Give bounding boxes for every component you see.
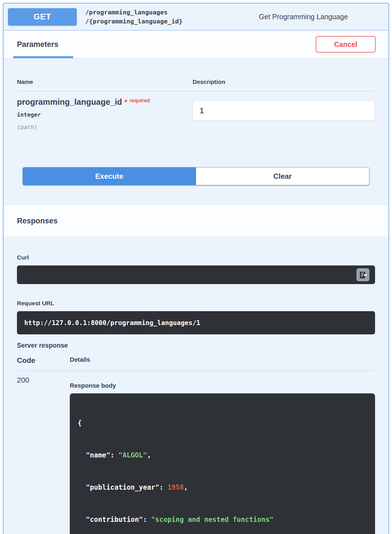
responses-area: Curl curl -X GET "http://127.0.0.1:8000/… [3, 254, 389, 534]
request-url-value: http://127.0.0.1:8000/programming_langua… [17, 311, 375, 334]
json-line-name: "name": "ALGOL", [78, 450, 367, 461]
parameters-section-header: Parameters Cancel [3, 30, 389, 58]
response-details-cell: Response body { "name": "ALGOL", "public… [70, 371, 375, 534]
method-badge: GET [8, 8, 77, 26]
clear-button[interactable]: Clear [196, 167, 370, 185]
endpoint-path: /programming_languages /{programming_lan… [85, 8, 182, 26]
curl-label: Curl [17, 254, 375, 261]
parameters-table-head: Name Description [17, 79, 375, 85]
server-response-table-head: Code Details [17, 356, 375, 365]
tab-parameters[interactable]: Parameters [17, 40, 58, 49]
responses-section-header: Responses [3, 205, 389, 237]
parameter-name-line: programming_language_id*required [17, 97, 190, 107]
endpoint-summary: Get Programming Language [259, 13, 348, 21]
parameter-row: programming_language_id*required integer… [17, 97, 375, 130]
response-body-json: { "name": "ALGOL", "publication_year": 1… [70, 393, 375, 534]
cancel-button[interactable]: Cancel [316, 36, 376, 53]
endpoint-path-line1: /programming_languages [85, 8, 182, 17]
copy-clipboard-icon [358, 270, 368, 280]
code-column-header: Code [17, 356, 70, 365]
status-code: 200 [17, 371, 70, 534]
parameter-location: (path) [17, 124, 190, 130]
swagger-page: GET /programming_languages /{programming… [0, 0, 392, 534]
request-url-label: Request URL [17, 300, 375, 307]
table-head-divider [17, 91, 375, 91]
endpoint-header[interactable]: GET /programming_languages /{programming… [3, 3, 389, 30]
execute-clear-row: Execute Clear [23, 167, 369, 185]
required-star: * [124, 98, 127, 106]
curl-command: curl -X GET "http://127.0.0.1:8000/progr… [17, 265, 375, 284]
response-body-label: Response body [70, 382, 375, 389]
name-column-header: Name [17, 79, 190, 85]
required-label: required [130, 98, 150, 103]
server-response-row: 200 Response body { "name": "ALGOL", "pu… [17, 371, 375, 534]
operation-block-get: GET /programming_languages /{programming… [3, 3, 389, 534]
endpoint-path-line2: /{programming_language_id} [85, 17, 182, 26]
json-line-publication-year: "publication_year": 1958, [78, 482, 367, 493]
parameter-type: integer [17, 111, 190, 118]
parameter-name: programming_language_id [17, 97, 122, 106]
details-column-header: Details [70, 356, 375, 365]
execute-button[interactable]: Execute [23, 167, 196, 185]
tab-active-underline [13, 56, 73, 58]
copy-curl-button[interactable] [356, 268, 369, 281]
json-line-contribution: "contribution": "scoping and nested func… [78, 514, 367, 525]
responses-title: Responses [17, 217, 58, 225]
parameter-name-cell: programming_language_id*required integer… [17, 97, 190, 130]
server-response-label: Server response [17, 342, 375, 349]
description-column-header: Description [190, 79, 375, 85]
parameter-description-cell [190, 97, 375, 130]
parameter-value-input[interactable] [193, 101, 375, 121]
json-line-open: { [78, 418, 367, 428]
parameters-area: Name Description programming_language_id… [3, 79, 389, 185]
